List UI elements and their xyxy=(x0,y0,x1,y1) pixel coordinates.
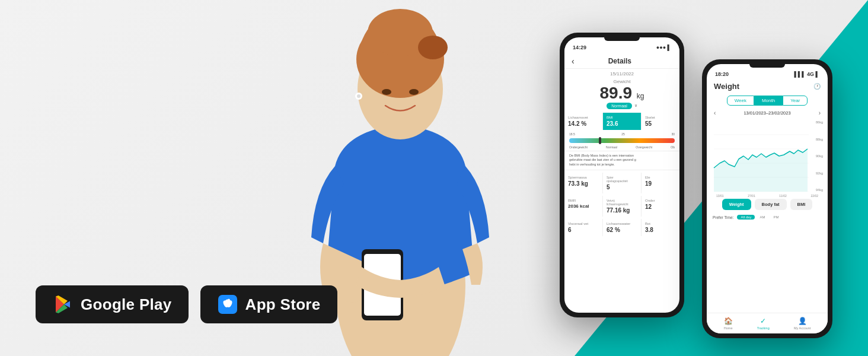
tab-month[interactable]: Month xyxy=(754,96,783,106)
phone-left-grid4: Visceraal vet 6 Lichaamswater 62 % Bot 3… xyxy=(564,219,679,236)
phone-right-time: 18:20 xyxy=(715,71,729,77)
cell-onder: Onder 12 xyxy=(642,196,679,217)
phone-left-header: ‹ Details xyxy=(564,54,679,69)
app-store-label: App Store xyxy=(245,295,321,314)
cell-bot: Bot 3.8 xyxy=(642,219,679,236)
phone-right-title-bar: Weight 🕐 xyxy=(707,81,828,93)
chart-y-labels: 86kg 88kg 90kg 92kg 94kg xyxy=(816,120,823,192)
phone-left-grid1: Lichaamsvet 14.2 % BMI 23.6 Skelet 55 xyxy=(564,113,679,130)
svg-point-7 xyxy=(382,89,391,95)
phone-right-tabs: Week Month Year xyxy=(707,93,828,108)
metric-weight-button[interactable]: Weight xyxy=(722,199,751,210)
signal-icon: ▌▌▌ 4G ▌ xyxy=(794,71,819,77)
cell-opslagcapaciteit: Spieropslagcapaciteit 5 xyxy=(603,173,641,193)
bmi-scale-labels: 18.5 25 30 xyxy=(564,132,679,136)
nav-home[interactable]: 🏠 Home xyxy=(724,317,733,330)
bmi-indicator xyxy=(599,137,601,144)
nav-account-label: My Account xyxy=(794,326,810,330)
bmi-description: De BMI (Body Mass Index) is een internat… xyxy=(564,151,679,170)
nav-tracking[interactable]: ✓ Tracking xyxy=(757,317,770,330)
time-pills: All day AM PM xyxy=(737,215,782,220)
home-icon: 🏠 xyxy=(724,317,733,325)
phone-left-frame: 14:29 ●●● ▌ ‹ Details 15/11/2022 Gewicht… xyxy=(560,33,684,317)
phone-right-frame: 18:20 ▌▌▌ 4G ▌ Weight 🕐 Week Month Year … xyxy=(702,59,832,338)
cell-bmi: BMI 23.6 xyxy=(603,113,641,130)
phone-left-date: 15/11/2022 xyxy=(564,69,679,79)
cell-vetvrij: Vetvrijlichaamsgewicht 77.16 kg xyxy=(603,196,641,217)
time-pm[interactable]: PM xyxy=(770,215,782,220)
google-play-button[interactable]: Google Play xyxy=(36,285,189,323)
cell-lichaamswater: Lichaamswater 62 % xyxy=(603,219,641,236)
status-normaal: Normaal ∨ xyxy=(564,103,679,109)
svg-point-8 xyxy=(409,89,419,95)
tab-year[interactable]: Year xyxy=(783,96,808,106)
phone-details: 14:29 ●●● ▌ ‹ Details 15/11/2022 Gewicht… xyxy=(560,33,684,317)
metric-buttons: Weight Body fat BMI xyxy=(707,195,828,214)
chart-x-labels: 13/01 27/01 11/02 22/02 xyxy=(711,194,823,198)
nav-home-label: Home xyxy=(724,326,733,330)
cell-visceraal: Visceraal vet 6 xyxy=(564,219,602,236)
date-navigation: ‹ 13/01/2023–23/02/2023 › xyxy=(707,108,828,118)
account-icon: 👤 xyxy=(798,317,807,325)
prefer-time-row: Prefer Time: All day AM PM xyxy=(707,214,828,221)
nav-account[interactable]: 👤 My Account xyxy=(794,317,810,330)
google-play-icon xyxy=(52,294,74,315)
prev-date-icon[interactable]: ‹ xyxy=(714,110,716,116)
bmi-scale-container: 18.5 25 30 Ondergewicht Normaal Overgewi… xyxy=(564,132,679,151)
weight-chart-area: 86kg 88kg 90kg 92kg 94kg xyxy=(707,118,828,195)
phone-left-status: 14:29 ●●● ▌ xyxy=(564,41,679,54)
google-play-label: Google Play xyxy=(81,295,172,314)
weight-value: 89.9 kg xyxy=(564,84,679,103)
phone-left-grid3: BMR 2036 kcal Vetvrijlichaamsgewicht 77.… xyxy=(564,196,679,217)
phone-left-screen: 14:29 ●●● ▌ ‹ Details 15/11/2022 Gewicht… xyxy=(564,37,679,313)
svg-point-13 xyxy=(228,299,230,302)
app-store-icon xyxy=(217,294,238,315)
tracking-icon: ✓ xyxy=(760,317,766,325)
svg-point-6 xyxy=(418,36,448,59)
phone-left-time: 14:29 xyxy=(573,44,586,50)
metric-bmi-button[interactable]: BMI xyxy=(790,199,813,210)
phone-left-title: Details xyxy=(579,57,660,65)
app-store-button[interactable]: App Store xyxy=(200,285,337,323)
cell-ele: Ele 19 xyxy=(642,173,679,193)
store-buttons-container: Google Play App Store xyxy=(36,285,337,323)
tab-week[interactable]: Week xyxy=(727,96,754,106)
time-allday[interactable]: All day xyxy=(737,215,755,220)
cell-lichaamsvet: Lichaamsvet 14.2 % xyxy=(564,113,602,130)
bmi-scale-bar xyxy=(569,138,675,143)
phone-right-status: 18:20 ▌▌▌ 4G ▌ xyxy=(707,68,828,81)
phone-left-battery: ●●● ▌ xyxy=(656,44,671,50)
cell-bmr: BMR 2036 kcal xyxy=(564,196,602,217)
cell-spiermassa: Spiermassa 73.3 kg xyxy=(564,173,602,193)
bmi-categories: Ondergewicht Normaal Overgewicht Ob xyxy=(564,145,679,151)
phone-left-grid2: Spiermassa 73.3 kg Spieropslagcapaciteit… xyxy=(564,173,679,193)
cell-skelet: Skelet 55 xyxy=(642,113,679,130)
time-am[interactable]: AM xyxy=(756,215,768,220)
phone-right-title: Weight xyxy=(714,82,739,91)
normaal-badge: Normaal xyxy=(607,103,631,109)
weight-chart-svg xyxy=(711,120,823,192)
phone-weight-chart: 18:20 ▌▌▌ 4G ▌ Weight 🕐 Week Month Year … xyxy=(702,59,832,338)
back-arrow-icon[interactable]: ‹ xyxy=(572,56,575,66)
next-date-icon[interactable]: › xyxy=(819,110,821,116)
metric-bodyfat-button[interactable]: Body fat xyxy=(755,199,787,210)
nav-tracking-label: Tracking xyxy=(757,326,770,330)
date-range-label: 13/01/2023–23/02/2023 xyxy=(743,110,790,116)
bottom-navigation: 🏠 Home ✓ Tracking 👤 My Account xyxy=(707,313,828,333)
phone-right-screen: 18:20 ▌▌▌ 4G ▌ Weight 🕐 Week Month Year … xyxy=(707,64,828,333)
prefer-time-label: Prefer Time: xyxy=(713,215,733,220)
svg-point-10 xyxy=(357,94,360,98)
hero-container: Google Play App Store xyxy=(0,0,868,356)
clock-icon[interactable]: 🕐 xyxy=(813,83,821,90)
